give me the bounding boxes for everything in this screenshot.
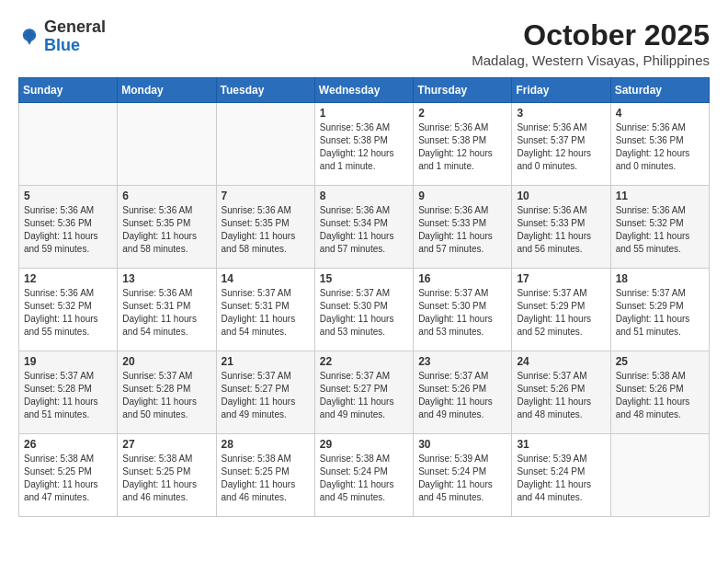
day-info: Sunrise: 5:37 AM Sunset: 5:29 PM Dayligh… xyxy=(517,287,605,339)
logo-general-text: General xyxy=(44,17,106,36)
calendar-cell: 18Sunrise: 5:37 AM Sunset: 5:29 PM Dayli… xyxy=(610,269,709,351)
weekday-header: Friday xyxy=(512,78,610,103)
calendar-week-row: 19Sunrise: 5:37 AM Sunset: 5:28 PM Dayli… xyxy=(19,351,710,434)
month-title: October 2025 xyxy=(472,18,710,52)
day-number: 7 xyxy=(222,190,310,202)
calendar-cell xyxy=(118,103,216,186)
weekday-header: Tuesday xyxy=(216,78,314,103)
day-number: 8 xyxy=(320,190,408,202)
day-number: 23 xyxy=(418,355,506,368)
day-number: 4 xyxy=(616,107,704,120)
calendar-cell: 9Sunrise: 5:36 AM Sunset: 5:33 PM Daylig… xyxy=(414,186,512,269)
calendar-cell: 27Sunrise: 5:38 AM Sunset: 5:25 PM Dayli… xyxy=(118,434,216,517)
day-info: Sunrise: 5:36 AM Sunset: 5:32 PM Dayligh… xyxy=(24,287,112,339)
day-number: 14 xyxy=(222,272,310,285)
weekday-header: Wednesday xyxy=(314,78,413,103)
day-info: Sunrise: 5:36 AM Sunset: 5:36 PM Dayligh… xyxy=(616,121,704,173)
day-info: Sunrise: 5:36 AM Sunset: 5:38 PM Dayligh… xyxy=(320,121,408,173)
calendar-cell: 26Sunrise: 5:38 AM Sunset: 5:25 PM Dayli… xyxy=(19,434,118,517)
calendar-cell: 6Sunrise: 5:36 AM Sunset: 5:35 PM Daylig… xyxy=(118,186,216,269)
day-info: Sunrise: 5:37 AM Sunset: 5:27 PM Dayligh… xyxy=(222,370,310,421)
calendar-cell: 28Sunrise: 5:38 AM Sunset: 5:25 PM Dayli… xyxy=(216,434,314,517)
day-number: 16 xyxy=(418,272,506,285)
day-number: 24 xyxy=(517,355,605,368)
calendar-cell xyxy=(216,103,314,186)
calendar-cell: 3Sunrise: 5:36 AM Sunset: 5:37 PM Daylig… xyxy=(512,103,610,186)
calendar-cell: 19Sunrise: 5:37 AM Sunset: 5:28 PM Dayli… xyxy=(19,351,118,434)
calendar-cell: 14Sunrise: 5:37 AM Sunset: 5:31 PM Dayli… xyxy=(216,269,314,351)
day-info: Sunrise: 5:38 AM Sunset: 5:25 PM Dayligh… xyxy=(222,453,310,504)
day-number: 29 xyxy=(320,438,408,451)
calendar-cell: 17Sunrise: 5:37 AM Sunset: 5:29 PM Dayli… xyxy=(512,269,610,351)
calendar-cell: 12Sunrise: 5:36 AM Sunset: 5:32 PM Dayli… xyxy=(19,269,118,351)
calendar-cell: 24Sunrise: 5:37 AM Sunset: 5:26 PM Dayli… xyxy=(512,351,610,434)
weekday-header: Sunday xyxy=(19,78,118,103)
calendar-cell xyxy=(19,103,118,186)
calendar-table: SundayMondayTuesdayWednesdayThursdayFrid… xyxy=(18,77,710,517)
page-header: General Blue October 2025 Madalag, Weste… xyxy=(18,18,710,68)
calendar-cell: 15Sunrise: 5:37 AM Sunset: 5:30 PM Dayli… xyxy=(314,269,413,351)
day-info: Sunrise: 5:37 AM Sunset: 5:28 PM Dayligh… xyxy=(24,370,112,421)
day-number: 22 xyxy=(320,355,408,368)
calendar-cell: 22Sunrise: 5:37 AM Sunset: 5:27 PM Dayli… xyxy=(314,351,413,434)
day-info: Sunrise: 5:38 AM Sunset: 5:25 PM Dayligh… xyxy=(24,453,112,504)
day-info: Sunrise: 5:36 AM Sunset: 5:33 PM Dayligh… xyxy=(418,204,506,256)
day-number: 18 xyxy=(616,272,704,285)
calendar-cell: 8Sunrise: 5:36 AM Sunset: 5:34 PM Daylig… xyxy=(314,186,413,269)
calendar-cell xyxy=(610,434,709,517)
day-number: 12 xyxy=(24,272,112,285)
calendar-cell: 13Sunrise: 5:36 AM Sunset: 5:31 PM Dayli… xyxy=(118,269,216,351)
calendar-cell: 20Sunrise: 5:37 AM Sunset: 5:28 PM Dayli… xyxy=(118,351,216,434)
day-info: Sunrise: 5:38 AM Sunset: 5:24 PM Dayligh… xyxy=(320,453,408,504)
calendar-week-row: 26Sunrise: 5:38 AM Sunset: 5:25 PM Dayli… xyxy=(19,434,710,517)
day-number: 25 xyxy=(616,355,704,368)
calendar-cell: 30Sunrise: 5:39 AM Sunset: 5:24 PM Dayli… xyxy=(414,434,512,517)
day-info: Sunrise: 5:38 AM Sunset: 5:25 PM Dayligh… xyxy=(122,453,210,504)
calendar-cell: 16Sunrise: 5:37 AM Sunset: 5:30 PM Dayli… xyxy=(414,269,512,351)
calendar-week-row: 1Sunrise: 5:36 AM Sunset: 5:38 PM Daylig… xyxy=(19,103,710,186)
day-number: 27 xyxy=(122,438,210,451)
day-info: Sunrise: 5:36 AM Sunset: 5:33 PM Dayligh… xyxy=(517,204,605,256)
calendar-cell: 2Sunrise: 5:36 AM Sunset: 5:38 PM Daylig… xyxy=(414,103,512,186)
logo-blue-text: Blue xyxy=(44,36,80,54)
day-info: Sunrise: 5:36 AM Sunset: 5:34 PM Dayligh… xyxy=(320,204,408,256)
calendar-cell: 23Sunrise: 5:37 AM Sunset: 5:26 PM Dayli… xyxy=(414,351,512,434)
day-number: 20 xyxy=(122,355,210,368)
day-info: Sunrise: 5:39 AM Sunset: 5:24 PM Dayligh… xyxy=(517,453,605,504)
calendar-cell: 21Sunrise: 5:37 AM Sunset: 5:27 PM Dayli… xyxy=(216,351,314,434)
day-info: Sunrise: 5:37 AM Sunset: 5:30 PM Dayligh… xyxy=(320,287,408,339)
weekday-header: Monday xyxy=(118,78,216,103)
calendar-cell: 5Sunrise: 5:36 AM Sunset: 5:36 PM Daylig… xyxy=(19,186,118,269)
day-info: Sunrise: 5:36 AM Sunset: 5:37 PM Dayligh… xyxy=(517,121,605,173)
day-number: 26 xyxy=(24,438,112,451)
day-info: Sunrise: 5:37 AM Sunset: 5:29 PM Dayligh… xyxy=(616,287,704,339)
day-number: 5 xyxy=(24,190,112,202)
weekday-header-row: SundayMondayTuesdayWednesdayThursdayFrid… xyxy=(19,78,710,103)
day-number: 2 xyxy=(418,107,506,120)
day-info: Sunrise: 5:36 AM Sunset: 5:35 PM Dayligh… xyxy=(122,204,210,256)
day-number: 19 xyxy=(24,355,112,368)
day-number: 10 xyxy=(517,190,605,202)
day-number: 21 xyxy=(222,355,310,368)
calendar-week-row: 12Sunrise: 5:36 AM Sunset: 5:32 PM Dayli… xyxy=(19,269,710,351)
calendar-cell: 11Sunrise: 5:36 AM Sunset: 5:32 PM Dayli… xyxy=(610,186,709,269)
day-info: Sunrise: 5:39 AM Sunset: 5:24 PM Dayligh… xyxy=(418,453,506,504)
weekday-header: Thursday xyxy=(414,78,512,103)
day-number: 17 xyxy=(517,272,605,285)
weekday-header: Saturday xyxy=(610,78,709,103)
calendar-cell: 4Sunrise: 5:36 AM Sunset: 5:36 PM Daylig… xyxy=(610,103,709,186)
day-number: 28 xyxy=(222,438,310,451)
day-info: Sunrise: 5:37 AM Sunset: 5:28 PM Dayligh… xyxy=(122,370,210,421)
location-text: Madalag, Western Visayas, Philippines xyxy=(472,52,710,68)
logo-icon xyxy=(18,26,40,48)
calendar-cell: 1Sunrise: 5:36 AM Sunset: 5:38 PM Daylig… xyxy=(314,103,413,186)
day-info: Sunrise: 5:37 AM Sunset: 5:26 PM Dayligh… xyxy=(517,370,605,421)
day-number: 15 xyxy=(320,272,408,285)
day-info: Sunrise: 5:36 AM Sunset: 5:32 PM Dayligh… xyxy=(616,204,704,256)
day-number: 3 xyxy=(517,107,605,120)
day-info: Sunrise: 5:38 AM Sunset: 5:26 PM Dayligh… xyxy=(616,370,704,421)
day-info: Sunrise: 5:36 AM Sunset: 5:35 PM Dayligh… xyxy=(222,204,310,256)
title-block: October 2025 Madalag, Western Visayas, P… xyxy=(472,18,710,68)
day-info: Sunrise: 5:37 AM Sunset: 5:30 PM Dayligh… xyxy=(418,287,506,339)
day-info: Sunrise: 5:37 AM Sunset: 5:31 PM Dayligh… xyxy=(222,287,310,339)
